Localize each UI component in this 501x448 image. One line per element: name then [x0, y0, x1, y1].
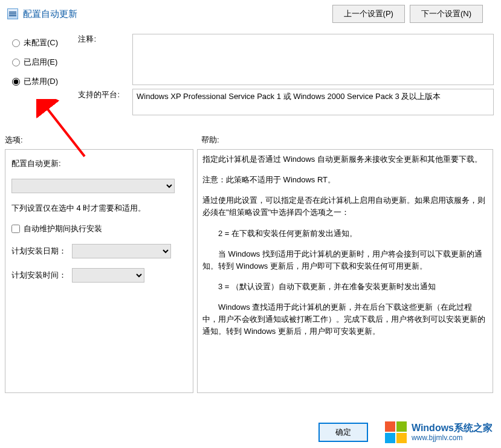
help-text-3: 通过使用此设置，可以指定是否在此计算机上启用自动更新。如果启用该服务，则必须在"…	[202, 194, 488, 219]
schedule-time-select[interactable]	[72, 268, 144, 283]
options-section-label: 选项:	[5, 135, 201, 146]
watermark-url: www.bjjmlv.com	[412, 434, 493, 442]
radio-disabled-label: 已禁用(D)	[24, 76, 58, 87]
next-setting-label: 下一个设置(N)	[421, 9, 471, 18]
radio-enabled-label: 已启用(E)	[24, 57, 57, 68]
options-note: 下列设置仅在选中 4 时才需要和适用。	[11, 203, 187, 214]
help-panel[interactable]: 指定此计算机是否通过 Windows 自动更新服务来接收安全更新和其他重要下载。…	[197, 149, 493, 393]
radio-not-configured[interactable]: 未配置(C)	[12, 37, 72, 48]
next-setting-button[interactable]: 下一个设置(N)	[410, 5, 483, 23]
windows-logo-icon	[385, 421, 407, 443]
watermark-title: Windows系统之家	[412, 422, 493, 434]
platform-box: Windows XP Professional Service Pack 1 或…	[132, 89, 494, 115]
help-text-2: 注意：此策略不适用于 Windows RT。	[202, 174, 488, 186]
maintenance-checkbox[interactable]	[11, 225, 20, 233]
platform-label: 支持的平台:	[78, 89, 126, 100]
options-panel: 配置自动更新: 下列设置仅在选中 4 时才需要和适用。 自动维护期间执行安装 计…	[5, 149, 193, 393]
help-text-7: Windows 查找适用于此计算机的更新，并在后台下载这些更新（在此过程中，用户…	[202, 301, 488, 338]
prev-setting-button[interactable]: 上一个设置(P)	[332, 5, 405, 23]
app-icon	[7, 8, 18, 19]
radio-enabled[interactable]: 已启用(E)	[12, 57, 72, 68]
maintenance-checkbox-label: 自动维护期间执行安装	[24, 223, 102, 234]
ok-button[interactable]: 确定	[318, 423, 368, 442]
schedule-day-label: 计划安装日期：	[11, 246, 67, 257]
radio-disabled-input[interactable]	[12, 78, 20, 86]
config-auto-update-label: 配置自动更新:	[11, 158, 187, 169]
page-title: 配置自动更新	[23, 8, 328, 20]
platform-text: Windows XP Professional Service Pack 1 或…	[137, 92, 441, 101]
radio-not-configured-input[interactable]	[12, 39, 20, 47]
prev-setting-label: 上一个设置(P)	[344, 9, 393, 18]
help-section-label: 帮助:	[201, 135, 219, 146]
watermark: Windows系统之家 www.bjjmlv.com	[385, 421, 493, 443]
comment-label: 注释:	[78, 34, 126, 89]
radio-enabled-input[interactable]	[12, 59, 20, 66]
ok-button-label: 确定	[335, 427, 351, 437]
help-text-4: 2 = 在下载和安装任何更新前发出通知。	[202, 228, 488, 240]
help-text-1: 指定此计算机是否通过 Windows 自动更新服务来接收安全更新和其他重要下载。	[202, 153, 488, 165]
radio-not-configured-label: 未配置(C)	[24, 37, 58, 48]
radio-disabled[interactable]: 已禁用(D)	[12, 76, 72, 87]
schedule-time-label: 计划安装时间：	[11, 270, 67, 281]
comment-textarea[interactable]	[132, 34, 494, 85]
help-text-5: 当 Windows 找到适用于此计算机的更新时，用户将会接到可以下载更新的通知。…	[202, 248, 488, 272]
help-text-6: 3 = （默认设置）自动下载更新，并在准备安装更新时发出通知	[202, 281, 488, 293]
config-auto-update-select[interactable]	[11, 179, 175, 193]
maintenance-checkbox-row[interactable]: 自动维护期间执行安装	[11, 223, 187, 234]
schedule-day-select[interactable]	[72, 244, 171, 258]
